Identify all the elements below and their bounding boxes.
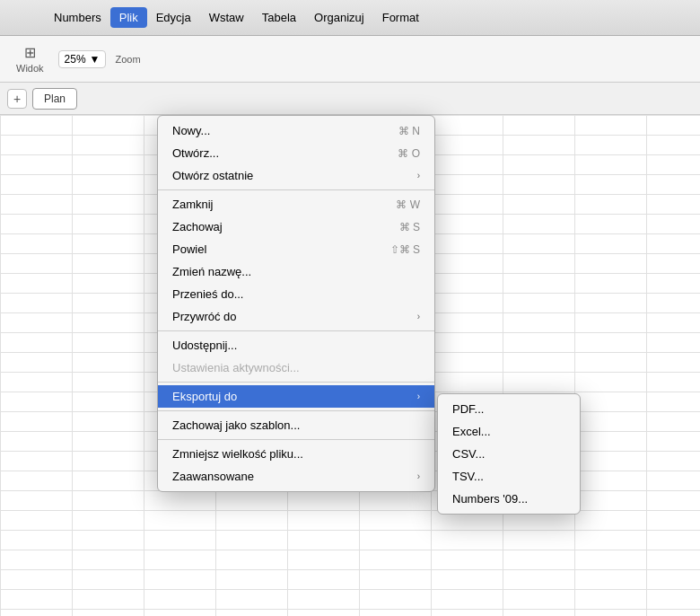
zoom-value: 25%: [65, 53, 86, 66]
view-icon: ⊞: [24, 44, 36, 61]
menu-item-eksportuj-do-arrow: ›: [417, 392, 420, 401]
add-sheet-button[interactable]: +: [7, 89, 27, 109]
toolbar: ⊞ Widok 25% ▼ Zoom: [0, 36, 700, 83]
menu-item-zachowaj-label: Zachowaj: [172, 220, 223, 233]
menubar-wstaw[interactable]: Wstaw: [200, 7, 253, 28]
menubar-tabela[interactable]: Tabela: [253, 7, 305, 28]
submenu-item-csv-label: CSV...: [452, 447, 485, 461]
submenu-item-csv[interactable]: CSV...: [438, 443, 580, 465]
menu-item-zachowaj-shortcut: ⌘ S: [399, 221, 420, 233]
menu-separator-3: [158, 382, 434, 383]
menu-item-eksportuj-do-label: Eksportuj do: [172, 390, 237, 403]
menu-item-nowy[interactable]: Nowy... ⌘ N: [158, 119, 434, 142]
menu-item-ustawienia-aktywnosci-label: Ustawienia aktywności...: [172, 361, 300, 374]
menu-item-nowy-label: Nowy...: [172, 124, 210, 137]
menubar-organizuj[interactable]: Organizuj: [305, 7, 373, 28]
menu-item-zamknij-shortcut: ⌘ W: [396, 198, 420, 211]
menu-item-zmien-nazwe[interactable]: Zmień nazwę...: [158, 260, 434, 283]
menu-item-otworz-ostatnie[interactable]: Otwórz ostatnie ›: [158, 164, 434, 187]
menu-separator-1: [158, 189, 434, 190]
view-label: Widok: [16, 63, 44, 74]
menu-separator-4: [158, 410, 434, 411]
menu-item-zachowaj-jako-szablon-label: Zachowaj jako szablon...: [172, 418, 300, 432]
menu-item-zamknij-label: Zamknij: [172, 198, 214, 211]
submenu-item-tsv[interactable]: TSV...: [438, 465, 580, 488]
menu-item-udostepnij-label: Udostępnij...: [172, 339, 237, 352]
menubar-numbers[interactable]: Numbers: [45, 7, 110, 28]
menu-separator-5: [158, 439, 434, 440]
menu-item-ustawienia-aktywnosci: Ustawienia aktywności...: [158, 356, 434, 379]
menu-item-zmniejsz-wielkosc[interactable]: Zmniejsz wielkość pliku...: [158, 443, 434, 465]
view-button[interactable]: ⊞ Widok: [11, 40, 49, 77]
menu-item-otworz-label: Otwórz...: [172, 146, 219, 160]
menu-item-zmien-nazwe-label: Zmień nazwę...: [172, 265, 251, 278]
menu-item-otworz[interactable]: Otwórz... ⌘ O: [158, 142, 434, 164]
menu-bar: Numbers Plik Edycja Wstaw Tabela Organiz…: [0, 0, 700, 36]
menu-separator-2: [158, 330, 434, 331]
menu-item-przenies-do[interactable]: Przenieś do...: [158, 283, 434, 305]
menu-item-otworz-shortcut: ⌘ O: [398, 147, 420, 160]
submenu-item-excel-label: Excel...: [452, 425, 491, 438]
menu-item-udostepnij[interactable]: Udostępnij...: [158, 334, 434, 356]
menu-item-nowy-shortcut: ⌘ N: [398, 125, 420, 137]
menu-item-otworz-ostatnie-label: Otwórz ostatnie: [172, 169, 253, 182]
sheet-tab-plan[interactable]: Plan: [32, 88, 77, 110]
submenu-item-pdf-label: PDF...: [452, 402, 484, 416]
menu-item-powiel[interactable]: Powiel ⇧⌘ S: [158, 238, 434, 260]
zoom-label: Zoom: [115, 54, 140, 65]
menu-item-zaawansowane[interactable]: Zaawansowane ›: [158, 465, 434, 488]
menu-item-zmniejsz-wielkosc-label: Zmniejsz wielkość pliku...: [172, 447, 303, 461]
submenu-item-numbers09[interactable]: Numbers '09...: [438, 488, 580, 510]
eksportuj-submenu: PDF... Excel... CSV... TSV... Numbers '0…: [437, 393, 581, 515]
menu-item-zaawansowane-label: Zaawansowane: [172, 470, 254, 483]
menubar-edycja[interactable]: Edycja: [147, 7, 200, 28]
zoom-caret-icon: ▼: [90, 53, 101, 66]
menu-item-przywroc-do[interactable]: Przywróć do ›: [158, 305, 434, 328]
menu-item-eksportuj-do[interactable]: Eksportuj do ›: [158, 385, 434, 408]
menu-item-zachowaj[interactable]: Zachowaj ⌘ S: [158, 216, 434, 238]
plik-dropdown-menu: Nowy... ⌘ N Otwórz... ⌘ O Otwórz ostatni…: [157, 115, 435, 492]
sheets-bar: + Plan: [0, 83, 700, 115]
sheet-tab-label: Plan: [44, 92, 66, 105]
menubar-plik[interactable]: Plik: [110, 7, 147, 28]
menu-item-przywroc-do-arrow: ›: [417, 312, 420, 321]
submenu-item-pdf[interactable]: PDF...: [438, 398, 580, 420]
zoom-control[interactable]: 25% ▼: [58, 50, 107, 68]
submenu-item-numbers09-label: Numbers '09...: [452, 492, 528, 506]
menu-item-powiel-label: Powiel: [172, 242, 206, 256]
menubar-format[interactable]: Format: [373, 7, 428, 28]
submenu-item-tsv-label: TSV...: [452, 470, 484, 483]
menu-item-otworz-ostatnie-arrow: ›: [417, 171, 420, 180]
menu-item-zachowaj-jako-szablon[interactable]: Zachowaj jako szablon...: [158, 414, 434, 436]
dropdown-overlay: Nowy... ⌘ N Otwórz... ⌘ O Otwórz ostatni…: [0, 115, 700, 616]
add-sheet-icon: +: [13, 92, 21, 106]
menu-item-powiel-shortcut: ⇧⌘ S: [390, 243, 420, 256]
menu-item-przenies-do-label: Przenieś do...: [172, 287, 244, 301]
main-content: Nowy... ⌘ N Otwórz... ⌘ O Otwórz ostatni…: [0, 115, 700, 616]
submenu-item-excel[interactable]: Excel...: [438, 420, 580, 443]
menu-item-zamknij[interactable]: Zamknij ⌘ W: [158, 193, 434, 216]
menu-item-przywroc-do-label: Przywróć do: [172, 310, 237, 323]
menu-item-zaawansowane-arrow: ›: [417, 471, 420, 481]
